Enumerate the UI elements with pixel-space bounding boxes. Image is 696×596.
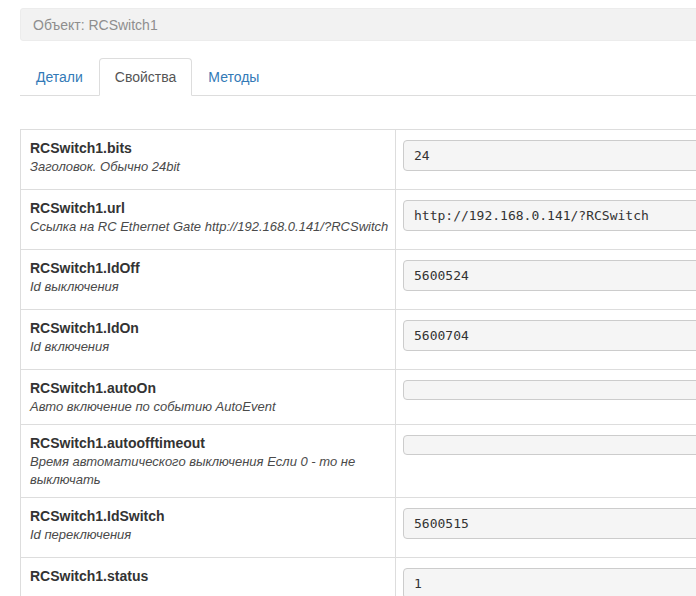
property-value-input[interactable] [403, 140, 696, 171]
object-header: Объект: RCSwitch1 [20, 8, 696, 41]
property-value-cell [396, 498, 696, 557]
property-description: Id включения [30, 338, 389, 356]
object-properties-page: Объект: RCSwitch1 Детали Свойства Методы… [0, 0, 696, 596]
tab-properties-label[interactable]: Свойства [99, 58, 192, 96]
property-value-input[interactable] [403, 260, 696, 291]
property-name: RCSwitch1.autoofftimeout [30, 433, 389, 453]
property-name: RCSwitch1.autoOn [30, 378, 389, 398]
property-row: RCSwitch1.IdSwitchId переключения [21, 498, 696, 558]
property-name: RCSwitch1.IdOff [30, 258, 389, 278]
property-description: Id выключения [30, 278, 389, 296]
property-row: RCSwitch1.bitsЗаголовок. Обычно 24bit [21, 130, 696, 190]
property-value-input[interactable] [403, 568, 696, 596]
property-value-input[interactable] [403, 200, 696, 231]
property-row: RCSwitch1.autoOnАвто включение по событи… [21, 370, 696, 425]
property-value-cell [396, 370, 696, 424]
property-name: RCSwitch1.status [30, 566, 389, 586]
tab-methods-label[interactable]: Методы [192, 58, 275, 96]
tab-properties[interactable]: Свойства [99, 58, 192, 96]
property-description: Авто включение по событию AutoEvent [30, 398, 389, 416]
property-description: Id переключения [30, 526, 389, 544]
property-info-cell: RCSwitch1.IdSwitchId переключения [21, 498, 396, 557]
properties-table: RCSwitch1.bitsЗаголовок. Обычно 24bitRCS… [20, 129, 696, 596]
property-value-input[interactable] [403, 320, 696, 351]
property-row: RCSwitch1.urlСсылка на RC Ethernet Gate … [21, 190, 696, 250]
property-description: Заголовок. Обычно 24bit [30, 158, 389, 176]
property-description: Ссылка на RC Ethernet Gate http://192.16… [30, 218, 389, 236]
property-name: RCSwitch1.IdOn [30, 318, 389, 338]
property-name: RCSwitch1.IdSwitch [30, 506, 389, 526]
property-info-cell: RCSwitch1.status [21, 558, 396, 596]
property-description: Время автоматического выключения Если 0 … [30, 453, 389, 489]
property-row: RCSwitch1.status [21, 558, 696, 596]
property-value-input[interactable] [403, 380, 696, 400]
property-value-cell [396, 250, 696, 309]
property-row: RCSwitch1.IdOffId выключения [21, 250, 696, 310]
tab-methods[interactable]: Методы [192, 58, 275, 96]
property-info-cell: RCSwitch1.urlСсылка на RC Ethernet Gate … [21, 190, 396, 249]
property-info-cell: RCSwitch1.autoofftimeoutВремя автоматиче… [21, 425, 396, 497]
property-value-input[interactable] [403, 435, 696, 455]
property-info-cell: RCSwitch1.autoOnАвто включение по событи… [21, 370, 396, 424]
property-value-cell [396, 425, 696, 497]
tab-details-label[interactable]: Детали [20, 58, 99, 96]
property-info-cell: RCSwitch1.IdOffId выключения [21, 250, 396, 309]
tab-details[interactable]: Детали [20, 58, 99, 96]
property-info-cell: RCSwitch1.IdOnId включения [21, 310, 396, 369]
property-row: RCSwitch1.IdOnId включения [21, 310, 696, 370]
property-value-cell [396, 310, 696, 369]
property-value-cell [396, 190, 696, 249]
property-value-cell [396, 558, 696, 596]
property-name: RCSwitch1.bits [30, 138, 389, 158]
property-value-cell [396, 130, 696, 189]
tab-bar: Детали Свойства Методы [20, 58, 696, 96]
property-row: RCSwitch1.autoofftimeoutВремя автоматиче… [21, 425, 696, 498]
property-name: RCSwitch1.url [30, 198, 389, 218]
property-info-cell: RCSwitch1.bitsЗаголовок. Обычно 24bit [21, 130, 396, 189]
property-value-input[interactable] [403, 508, 696, 539]
